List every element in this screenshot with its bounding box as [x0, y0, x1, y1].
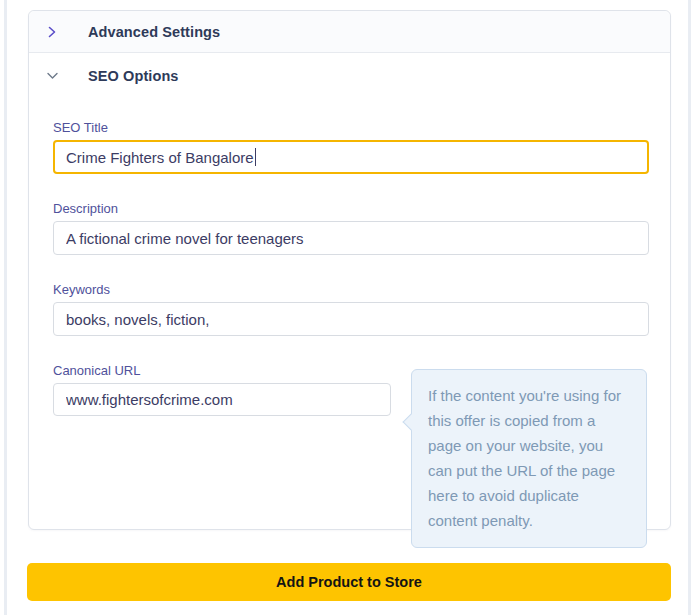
accordion-seo-options[interactable]: SEO Options — [29, 53, 670, 98]
seo-title-label: SEO Title — [53, 120, 647, 135]
add-product-to-store-button[interactable]: Add Product to Store — [27, 563, 671, 601]
keywords-input[interactable] — [53, 302, 649, 336]
settings-card: Advanced Settings SEO Options SEO Title … — [28, 10, 671, 530]
chevron-right-icon — [46, 26, 71, 38]
page-edge-left — [4, 0, 7, 615]
text-caret — [255, 148, 256, 166]
canonical-url-row: Canonical URL If the content you're usin… — [53, 363, 647, 548]
keywords-label: Keywords — [53, 282, 647, 297]
accordion-advanced-settings[interactable]: Advanced Settings — [29, 11, 670, 53]
keywords-field: Keywords — [53, 282, 647, 336]
canonical-url-field: Canonical URL — [53, 363, 391, 416]
page-edge-right — [688, 0, 691, 615]
accordion-seo-options-label: SEO Options — [88, 68, 179, 84]
accordion-advanced-settings-label: Advanced Settings — [88, 24, 220, 40]
description-input[interactable] — [53, 221, 649, 255]
canonical-url-tooltip-text: If the content you're using for this off… — [428, 387, 621, 529]
canonical-url-input[interactable] — [53, 383, 391, 416]
tooltip-tail — [403, 414, 420, 431]
description-field: Description — [53, 201, 647, 255]
description-label: Description — [53, 201, 647, 216]
canonical-url-label: Canonical URL — [53, 363, 391, 378]
seo-title-value: Crime Fighters of Bangalore — [66, 149, 254, 166]
seo-title-field: SEO Title Crime Fighters of Bangalore — [53, 120, 647, 174]
canonical-url-tooltip: If the content you're using for this off… — [411, 369, 647, 548]
chevron-down-icon — [46, 69, 71, 82]
seo-options-form: SEO Title Crime Fighters of Bangalore De… — [29, 98, 670, 548]
seo-title-input[interactable]: Crime Fighters of Bangalore — [53, 140, 649, 174]
